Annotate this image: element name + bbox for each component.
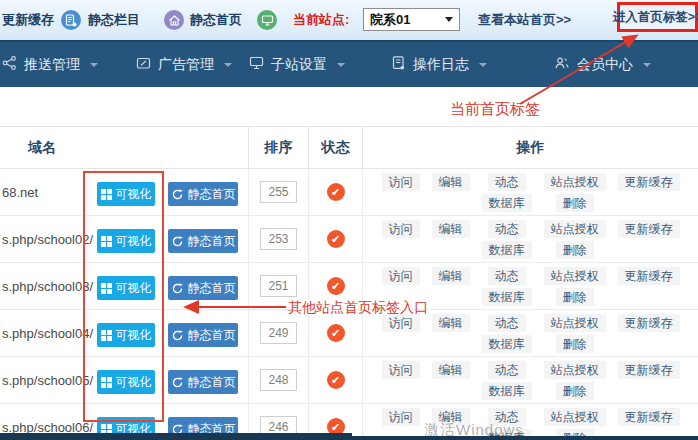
static-column-action[interactable]: 静态栏目 [88, 0, 140, 40]
update-cache-link[interactable]: 更新缓存 [618, 361, 680, 379]
grid-icon [101, 283, 112, 294]
status-enabled-icon[interactable]: ✔ [327, 371, 345, 389]
delete-link[interactable]: 删除 [556, 241, 594, 259]
update-cache-link[interactable]: 更新缓存 [618, 408, 680, 426]
static-home-button[interactable]: 静态首页 [168, 370, 238, 394]
header-actions: 操作 [362, 127, 698, 168]
status-enabled-icon[interactable]: ✔ [327, 183, 345, 201]
sort-input[interactable] [260, 181, 297, 203]
static-home-button[interactable]: 静态首页 [168, 229, 238, 253]
site-auth-link[interactable]: 站点授权 [544, 408, 606, 426]
refresh-icon [171, 188, 184, 201]
static-home-icon[interactable] [164, 10, 184, 30]
update-cache-link[interactable]: 更新缓存 [618, 220, 680, 238]
domain-cell: 68.net 可视化 [0, 169, 248, 215]
delete-link[interactable]: 删除 [556, 335, 594, 353]
visit-link[interactable]: 访问 [382, 314, 420, 332]
sort-input[interactable] [260, 369, 297, 391]
chevron-down-icon [643, 63, 651, 67]
visit-link[interactable]: 访问 [382, 173, 420, 191]
nav-member-center[interactable]: 会员中心 [553, 42, 651, 87]
site-auth-link[interactable]: 站点授权 [544, 220, 606, 238]
sort-input[interactable] [260, 322, 297, 344]
enter-home-tag-link[interactable]: 进入首页标签>> [617, 2, 698, 32]
update-cache-link[interactable]: 更新缓存 [618, 314, 680, 332]
status-enabled-icon[interactable]: ✔ [327, 277, 345, 295]
actions-cell: 访问 编辑 动态 数据库 站点授权 删除 更新缓存 [362, 216, 698, 262]
status-cell: ✔ [308, 310, 362, 356]
subsite-settings-icon [248, 55, 265, 75]
annotation-current-home-tag: 当前首页标签 [450, 100, 540, 119]
static-home-button[interactable]: 静态首页 [168, 182, 238, 206]
visualize-button[interactable]: 可视化 [97, 276, 155, 300]
dynamic-db-link[interactable]: 动态 数据库 [482, 314, 532, 353]
auth-delete-group: 站点授权 删除 [544, 267, 606, 306]
dynamic-db-link[interactable]: 动态 数据库 [482, 173, 532, 212]
site-auth-link[interactable]: 站点授权 [544, 361, 606, 379]
refresh-icon [171, 282, 184, 295]
site-auth-link[interactable]: 站点授权 [544, 314, 606, 332]
update-cache-link[interactable]: 更新缓存 [618, 267, 680, 285]
domain-cell: s.php/school04/ 可视化 [0, 310, 248, 356]
delete-link[interactable]: 删除 [556, 382, 594, 400]
auth-delete-group: 站点授权 删除 [544, 314, 606, 353]
visualize-button[interactable]: 可视化 [97, 323, 155, 347]
status-enabled-icon[interactable]: ✔ [327, 324, 345, 342]
domain-text: 68.net [2, 169, 38, 216]
update-cache-action[interactable]: 更新缓存 [2, 0, 54, 40]
table-header: 域名 排序 状态 操作 [0, 126, 698, 169]
visit-link[interactable]: 访问 [382, 220, 420, 238]
edit-link[interactable]: 编辑 [432, 314, 470, 332]
nav-operation-log[interactable]: 操作日志 [390, 42, 487, 87]
edit-link[interactable]: 编辑 [432, 408, 470, 426]
nav-push-management[interactable]: 推送管理 [1, 42, 98, 87]
visualize-button[interactable]: 可视化 [97, 182, 155, 206]
visit-link[interactable]: 访问 [382, 361, 420, 379]
delete-link[interactable]: 删除 [556, 194, 594, 212]
current-site-icon [257, 10, 277, 30]
sort-input[interactable] [260, 228, 297, 250]
auth-delete-group: 站点授权 删除 [544, 220, 606, 259]
dynamic-db-link[interactable]: 动态 数据库 [482, 220, 532, 259]
domain-text: s.php/school02/ [2, 216, 93, 263]
site-select[interactable]: 院系01 [363, 8, 460, 31]
actions-cell: 访问 编辑 动态 数据库 站点授权 删除 更新缓存 [362, 263, 698, 309]
domain-cell: s.php/school05/ 可视化 [0, 357, 248, 403]
status-enabled-icon[interactable]: ✔ [327, 230, 345, 248]
edit-link[interactable]: 编辑 [432, 173, 470, 191]
site-auth-link[interactable]: 站点授权 [544, 267, 606, 285]
visualize-button[interactable]: 可视化 [97, 229, 155, 253]
domain-text: s.php/school03/ [2, 263, 93, 310]
visualize-button[interactable]: 可视化 [97, 370, 155, 394]
sort-input[interactable] [260, 275, 297, 297]
visit-link[interactable]: 访问 [382, 267, 420, 285]
table-row: s.php/school04/ 可视化 [0, 310, 698, 357]
nav-ad-management[interactable]: 广告管理 [135, 42, 232, 87]
update-cache-link[interactable]: 更新缓存 [618, 173, 680, 191]
view-site-home-link[interactable]: 查看本站首页>> [478, 0, 571, 40]
edit-link[interactable]: 编辑 [432, 361, 470, 379]
dynamic-db-link[interactable]: 动态 数据库 [482, 361, 532, 400]
grid-icon [101, 330, 112, 341]
edit-link[interactable]: 编辑 [432, 267, 470, 285]
sort-cell [248, 310, 308, 356]
table-row: 68.net 可视化 [0, 169, 698, 216]
domain-text: s.php/school05/ [2, 357, 93, 404]
refresh-icon [171, 329, 184, 342]
visit-link[interactable]: 访问 [382, 408, 420, 426]
status-cell: ✔ [308, 357, 362, 403]
bottom-edge-bar-left [0, 433, 352, 440]
chevron-down-icon [224, 63, 232, 67]
edit-link[interactable]: 编辑 [432, 220, 470, 238]
nav-subsite-settings[interactable]: 子站设置 [248, 42, 345, 87]
delete-link[interactable]: 删除 [556, 288, 594, 306]
dynamic-db-link[interactable]: 动态 数据库 [482, 267, 532, 306]
site-auth-link[interactable]: 站点授权 [544, 173, 606, 191]
topbar: 更新缓存 静态栏目 静态首页 当前站点: 院系01 [0, 0, 698, 40]
static-home-button[interactable]: 静态首页 [168, 276, 238, 300]
current-site-label: 当前站点: [293, 0, 349, 40]
static-column-icon[interactable] [61, 10, 81, 30]
static-home-action[interactable]: 静态首页 [190, 0, 242, 40]
static-home-button[interactable]: 静态首页 [168, 323, 238, 347]
member-center-icon [553, 55, 571, 75]
